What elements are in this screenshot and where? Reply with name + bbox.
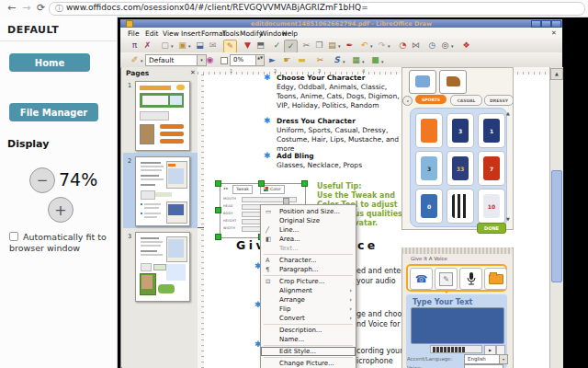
spelling-icon[interactable]: ✓ [271,40,283,52]
menu-item-arrange[interactable]: Arrange› [261,295,356,305]
selection-handle[interactable] [301,180,308,187]
page-info-icon[interactable]: ⓘ [55,3,63,15]
spin-arrows[interactable]: ▲▼ [255,54,265,66]
cut-icon[interactable]: ✂ [300,40,312,52]
compass-icon[interactable]: ◷ [426,40,438,52]
styles-icon[interactable]: ✐ [129,54,141,66]
edit-points-icon[interactable]: ✗ [141,40,153,52]
image-dropdown-icon[interactable]: ▾ [362,59,365,64]
menu-insert[interactable]: Insert [181,29,201,38]
zoom-tool-icon[interactable]: ◎ [439,40,451,52]
open-dropdown-icon[interactable]: ▾ [188,43,191,49]
paste-dropdown-icon[interactable]: ▾ [338,43,341,49]
forward-icon[interactable]: → [22,2,30,14]
menu-item-original-size[interactable]: Original Size [261,216,356,225]
undo-dropdown-icon[interactable]: ▾ [370,43,373,49]
spin-down-icon[interactable]: ▼ [260,55,263,60]
selection-handle[interactable] [215,207,221,213]
menu-item-character[interactable]: ACharacter... [261,256,356,265]
zoom-pointer-icon[interactable]: ► [266,54,278,66]
selection-handle[interactable] [258,180,265,187]
print-icon[interactable]: ⬒ [254,40,266,52]
url-text[interactable]: www.offidocs.com/osessionx04/#/client/RE… [66,3,368,12]
menu-file[interactable]: File [128,29,140,38]
menu-item-flip[interactable]: Flip› [261,305,356,314]
menu-help[interactable]: Help [282,29,298,38]
image-icon[interactable]: ▦ [350,54,362,66]
navigator-icon[interactable]: ❖ [460,40,472,52]
email-icon[interactable]: ✉ [207,40,219,52]
undo-icon[interactable]: ↶ [358,40,370,52]
color-mode-dropdown-icon[interactable]: ▾ [381,59,384,64]
menu-separator [264,357,353,358]
menu-item-position-and-size[interactable]: ▭Position and Size... [261,207,356,216]
menu-item-edit-style[interactable]: Edit Style... [261,347,356,356]
home-button[interactable]: Home [9,53,90,72]
redo-icon[interactable]: ↷ [376,40,388,52]
menu-item-area[interactable]: ◧Area... [261,235,356,244]
menu-item-crop-picture[interactable]: ⊡Crop Picture... [261,277,356,286]
character-icon: A [266,256,269,265]
page-thumbnail-2[interactable] [135,156,190,226]
hand-icon[interactable]: ☛ [281,54,293,66]
minimize-button[interactable] [531,20,541,28]
selection-handle[interactable] [215,234,221,240]
screen: ← → ⟳ ⓘ www.offidocs.com/osessionx04/#/c… [0,0,588,368]
filter-dropdown-icon[interactable]: ▾ [343,59,345,64]
textbox-icon[interactable]: ▬ [296,54,308,66]
menu-item-name[interactable]: Name... [261,335,356,344]
chart-icon[interactable]: ◔ [397,40,409,52]
page-thumbnail-3[interactable] [135,232,190,302]
style-combobox[interactable]: Default [145,54,201,66]
filter-icon[interactable]: S [331,54,343,66]
context-menu: ▭Position and Size... Original Size ╱Lin… [260,204,356,368]
page-thumbnail-1[interactable] [135,81,190,151]
color-mode-icon[interactable]: ■ [369,54,381,66]
crop-icon[interactable]: ✂ [314,54,326,66]
selection-handle[interactable] [215,180,221,187]
ruler-number: 3 [318,68,321,74]
copy-icon[interactable]: ❐ [313,40,325,52]
document-close-icon[interactable]: ✕ [551,29,557,37]
menu-item-convert[interactable]: Convert› [261,314,356,323]
maximize-button[interactable] [541,20,551,28]
pages-panel-close-icon[interactable]: ✕ [190,69,196,76]
gluepoints-icon[interactable]: ⋈ [410,40,422,52]
zoom-out-button[interactable]: − [29,167,55,193]
open-icon[interactable]: ▣ [176,40,188,52]
new-document-icon[interactable]: ▢ [159,40,171,52]
styles-dropdown-icon[interactable]: ▾ [141,58,143,63]
menu-item-paragraph[interactable]: ¶Paragraph... [261,265,356,274]
mic-mode-tile [459,268,482,290]
scroll-up-icon[interactable]: ▲ [550,68,563,80]
menu-tools[interactable]: Tools [222,29,239,38]
menu-item-text[interactable]: Text... [261,244,356,253]
zoom-dropdown-icon[interactable]: ▾ [451,43,454,49]
transparency-checkbox[interactable] [220,57,228,64]
edit-file-icon[interactable]: ✎ [223,40,237,53]
menu-item-description[interactable]: Description... [261,326,356,335]
export-pdf-icon[interactable]: ▼ [242,40,254,52]
menu-view[interactable]: View [163,29,179,38]
zoom-in-button[interactable]: + [48,197,74,223]
save-icon[interactable]: ⬓ [194,40,206,52]
redo-dropdown-icon[interactable]: ▾ [388,43,390,49]
autospellcheck-icon[interactable]: ✓ [284,40,298,53]
accent-dropdown-arrow: ▾ [499,354,508,364]
file-manager-button[interactable]: File Manager [9,103,98,121]
color-wheel-icon[interactable]: ◉ [204,54,216,66]
reload-icon[interactable]: ⟳ [37,2,45,14]
close-button[interactable] [551,20,561,28]
scrollbar-thumb[interactable] [551,170,562,282]
menu-item-alignment[interactable]: Alignment› [261,286,356,295]
window-titlebar[interactable]: editdocument14851062662794.pdf - LibreOf… [120,19,562,28]
paste-icon[interactable]: ▤ [326,40,338,52]
new-dropdown-icon[interactable]: ▾ [171,43,174,49]
menu-item-change-picture[interactable]: Change Picture... [261,359,356,368]
back-icon[interactable]: ← [7,2,16,14]
clone-formatting-icon[interactable]: ✒ [344,40,356,52]
formula-icon[interactable]: π [129,40,141,52]
fit-checkbox[interactable] [9,232,18,241]
menu-edit[interactable]: Edit [145,29,159,38]
menu-item-line[interactable]: ╱Line... [261,225,356,235]
